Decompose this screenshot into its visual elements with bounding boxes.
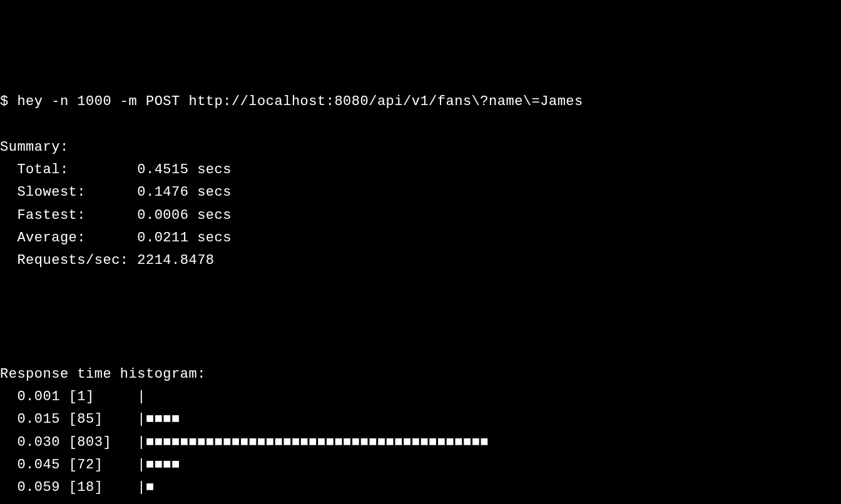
summary-row-label: Fastest: — [0, 208, 137, 223]
histogram-count: [803] — [69, 435, 120, 450]
histogram-count: [85] — [69, 411, 120, 427]
histogram-separator: | — [120, 389, 146, 405]
summary-row-value: 0.0006 secs — [137, 208, 232, 223]
summary-rows: Total: 0.4515 secs Slowest: 0.1476 secs … — [0, 159, 841, 272]
histogram-bucket: 0.059 — [0, 480, 69, 495]
summary-row-value: 0.0211 secs — [137, 230, 232, 246]
histogram-heading: Response time histogram: — [0, 366, 206, 382]
histogram-rows: 0.001 [1] | 0.015 [85] |■■■■ 0.030 [803]… — [0, 386, 841, 504]
histogram-separator: | — [120, 480, 146, 495]
histogram-separator: | — [120, 457, 146, 473]
histogram-bar: ■■■■ — [146, 457, 180, 473]
histogram-bucket: 0.030 — [0, 435, 69, 450]
summary-row-label: Slowest: — [0, 184, 137, 200]
summary-heading: Summary: — [0, 139, 69, 155]
histogram-bucket: 0.015 — [0, 411, 69, 427]
histogram-count: [72] — [69, 457, 120, 473]
histogram-bar: ■■■■■■■■■■■■■■■■■■■■■■■■■■■■■■■■■■■■■■■■ — [146, 435, 489, 450]
summary-row-label: Average: — [0, 230, 137, 246]
summary-row-label: Requests/sec: — [0, 253, 137, 268]
summary-row-value: 0.1476 secs — [137, 184, 232, 200]
summary-row-value: 0.4515 secs — [137, 162, 232, 178]
histogram-count: [18] — [69, 480, 120, 495]
histogram-count: [1] — [69, 389, 120, 405]
histogram-bar: ■■■■ — [146, 411, 180, 427]
summary-row-value: 2214.8478 — [137, 253, 214, 268]
histogram-bar: ■ — [146, 480, 155, 495]
command-text: hey -n 1000 -m POST http://localhost:808… — [17, 94, 583, 109]
histogram-separator: | — [120, 411, 146, 427]
histogram-separator: | — [120, 435, 146, 450]
histogram-bucket: 0.045 — [0, 457, 69, 473]
summary-row-label: Total: — [0, 162, 137, 178]
terminal-output[interactable]: $ hey -n 1000 -m POST http://localhost:8… — [0, 91, 841, 504]
prompt: $ — [0, 94, 17, 109]
histogram-bucket: 0.001 — [0, 389, 69, 405]
